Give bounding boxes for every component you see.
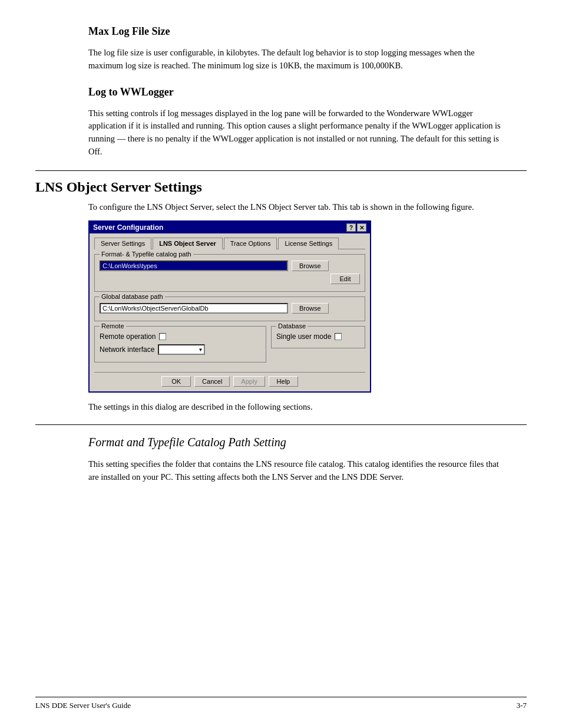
dialog-bottom-buttons: OK Cancel Apply Help <box>94 372 365 387</box>
cancel-button[interactable]: Cancel <box>194 376 230 387</box>
remote-group: Remote Remote operation Network interfac… <box>94 326 266 363</box>
tab-server-settings-label: Server Settings <box>101 240 145 247</box>
network-interface-label: Network interface <box>100 345 154 354</box>
database-group: Database Single user mode <box>271 326 365 348</box>
remote-group-label: Remote <box>100 322 126 330</box>
lns-object-server-section: LNS Object Server Settings To configure … <box>35 179 527 414</box>
single-user-mode-checkbox[interactable] <box>335 333 342 340</box>
ok-button[interactable]: OK <box>161 376 191 387</box>
tab-lns-object-server[interactable]: LNS Object Server <box>153 238 223 249</box>
remote-operation-checkbox[interactable] <box>159 333 166 340</box>
tab-license-settings-label: License Settings <box>285 240 332 247</box>
format-edit-row: Edit <box>100 274 360 284</box>
tab-trace-options-label: Trace Options <box>230 240 271 247</box>
format-typefile-body: This setting specifies the folder that c… <box>88 458 509 484</box>
dialog-titlebar: Server Configuration ? ✕ <box>90 222 370 233</box>
format-typefile-heading: Format and Typefile Catalog Path Setting <box>88 433 509 451</box>
format-edit-button[interactable]: Edit <box>330 274 360 284</box>
log-to-wwlogger-heading: Log to WWLogger <box>88 84 509 100</box>
global-database-row: C:\LonWorks\ObjectServer\GlobalDb Browse <box>100 303 360 314</box>
format-typefile-section: Format and Typefile Catalog Path Setting… <box>35 433 527 484</box>
max-log-file-size-body: The log file size is user configurable, … <box>88 47 509 73</box>
titlebar-buttons: ? ✕ <box>346 223 366 232</box>
dialog-tabs: Server Settings LNS Object Server Trace … <box>94 237 365 249</box>
close-button-titlebar[interactable]: ✕ <box>357 223 366 232</box>
tab-lns-object-server-label: LNS Object Server <box>159 240 216 247</box>
server-configuration-dialog: Server Configuration ? ✕ Server Settings <box>88 220 371 393</box>
help-button-titlebar[interactable]: ? <box>346 223 356 232</box>
footer-left: LNS DDE Server User's Guide <box>35 701 131 710</box>
format-typefile-label: Format- & Typefile catalog path <box>100 251 193 258</box>
dialog-container: Server Configuration ? ✕ Server Settings <box>88 220 509 393</box>
lns-intro-text: To configure the LNS Object Server, sele… <box>88 201 509 214</box>
global-database-label: Global database path <box>100 293 165 300</box>
tab-trace-options[interactable]: Trace Options <box>224 238 277 249</box>
dialog-title: Server Configuration <box>93 223 163 232</box>
max-log-file-size-heading: Max Log File Size <box>88 24 509 39</box>
remote-operation-label: Remote operation <box>100 332 156 341</box>
help-button[interactable]: Help <box>269 376 298 387</box>
network-interface-arrow: ▼ <box>198 347 203 353</box>
network-interface-select[interactable]: ▼ <box>158 344 205 355</box>
lns-object-server-heading: LNS Object Server Settings <box>35 179 527 195</box>
global-browse-button[interactable]: Browse <box>292 303 329 314</box>
page-footer: LNS DDE Server User's Guide 3-7 <box>35 697 527 710</box>
network-interface-row: Network interface ▼ <box>100 344 261 355</box>
section-divider-lns <box>35 170 527 171</box>
single-user-mode-label: Single user mode <box>276 332 331 341</box>
section-divider-format <box>35 424 527 425</box>
tab-server-settings[interactable]: Server Settings <box>94 238 151 249</box>
log-to-wwlogger-body: This setting controls if log messages di… <box>88 107 509 159</box>
global-database-input[interactable]: C:\LonWorks\ObjectServer\GlobalDb <box>100 303 288 314</box>
footer-right: 3-7 <box>517 701 527 710</box>
single-user-row: Single user mode <box>276 332 360 341</box>
lns-after-text: The settings in this dialog are describe… <box>88 401 509 414</box>
format-typefile-row: C:\LonWorks\types Browse <box>100 261 360 271</box>
global-database-group: Global database path C:\LonWorks\ObjectS… <box>94 297 365 321</box>
max-log-file-size-section: Max Log File Size The log file size is u… <box>35 24 527 73</box>
tab-license-settings[interactable]: License Settings <box>278 238 339 249</box>
remote-operation-row: Remote operation <box>100 332 261 341</box>
dialog-body: Server Settings LNS Object Server Trace … <box>90 233 370 391</box>
apply-button[interactable]: Apply <box>233 376 265 387</box>
format-browse-button[interactable]: Browse <box>292 261 329 271</box>
database-group-label: Database <box>276 322 308 330</box>
format-typefile-group: Format- & Typefile catalog path C:\LonWo… <box>94 254 365 292</box>
log-to-wwlogger-section: Log to WWLogger This setting controls if… <box>35 84 527 159</box>
remote-database-row: Remote Remote operation Network interfac… <box>94 326 365 367</box>
format-typefile-input[interactable]: C:\LonWorks\types <box>100 261 288 271</box>
